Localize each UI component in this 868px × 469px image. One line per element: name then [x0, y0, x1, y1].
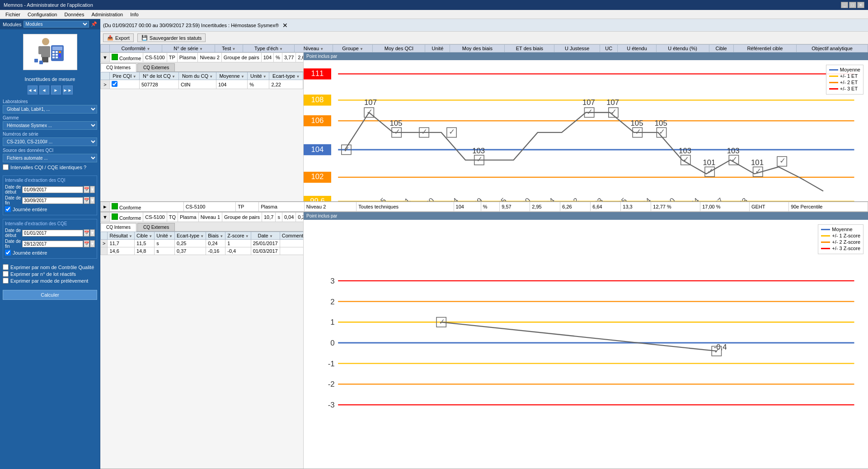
source-select[interactable]: Fichiers automate ...	[3, 154, 97, 162]
cqi-fin-calendar[interactable]: 📅	[84, 197, 89, 204]
module-icon-box	[23, 34, 77, 70]
modules-select[interactable]: Modules	[23, 21, 89, 28]
row2-cible: 17,00 %	[700, 202, 750, 212]
menu-fichier[interactable]: Fichier	[2, 11, 24, 18]
gamme-select[interactable]: Hémostase Sysmex ...	[3, 121, 97, 130]
col-uc[interactable]: UC	[600, 45, 617, 52]
col-ecart-type2[interactable]: Ecart-type	[174, 232, 206, 240]
svg-text:✓: ✓	[476, 155, 483, 164]
col-type-ech[interactable]: Type d'éch	[243, 45, 294, 52]
menu-donnees[interactable]: Données	[61, 11, 88, 18]
col-ref-cible[interactable]: Référentiel cible	[733, 45, 796, 52]
row3-inner-table: Résultat Cible Unité Ecart-type Biais Z-…	[100, 232, 303, 255]
cqi-debut-input[interactable]	[22, 186, 83, 193]
col-date[interactable]: Date	[251, 232, 280, 240]
nav-prev[interactable]: ◄	[39, 85, 49, 95]
col-test[interactable]: Test	[215, 45, 243, 52]
header-close-icon[interactable]: ✕	[282, 22, 288, 29]
col-conformite[interactable]: Conformité	[110, 45, 162, 52]
row1-tab-cqe[interactable]: CQ Externes	[137, 63, 175, 71]
col-resultat[interactable]: Résultat	[108, 232, 135, 240]
laboratoires-select[interactable]: Global Lab, Lab#1, ...	[3, 105, 97, 114]
col-unite[interactable]: Unité	[425, 45, 450, 52]
col-pire-cqi[interactable]: Pire CQI	[110, 72, 140, 80]
cqi-debut-arrow[interactable]: ▼	[90, 186, 95, 193]
inner2-expand-btn1[interactable]: >	[101, 240, 108, 247]
app-title: Memnos - Administrateur de l'application	[4, 2, 93, 8]
cqe-fin-calendar[interactable]: 📅	[84, 240, 89, 247]
cqe-debut-calendar[interactable]: 📅	[84, 229, 89, 237]
svg-text:108: 108	[311, 95, 324, 104]
col-ecart-type[interactable]: Ecart-type	[269, 72, 303, 80]
cqi-journee-checkbox[interactable]	[5, 206, 11, 212]
export-button[interactable]: 📤 Export	[103, 33, 134, 42]
row1-et-biais: 2,6	[296, 53, 304, 62]
col-unite-inner[interactable]: Unité	[248, 72, 269, 80]
laboratoires-label: Laboratoires	[3, 99, 97, 104]
col-biais[interactable]: Biais	[206, 232, 225, 240]
col-u-etendu-pct[interactable]: U étendu (%)	[656, 45, 709, 52]
col-no-lot[interactable]: N° de lot CQ	[139, 72, 178, 80]
opt1-row: Exprimer par nom de Contrôle Qualité	[3, 264, 97, 270]
cqe-debut-arrow[interactable]: ▼	[90, 229, 95, 237]
col-nom-cq[interactable]: Nom du CQ	[179, 72, 216, 80]
cqi-fin-arrow[interactable]: ▼	[90, 197, 95, 204]
menu-info[interactable]: Info	[127, 11, 142, 18]
row1-tab-cqi[interactable]: CQ Internes	[100, 63, 136, 72]
col-u-etendu[interactable]: U étendu	[618, 45, 656, 52]
row3-tab-cqi[interactable]: CQ Internes	[100, 223, 136, 232]
maximize-button[interactable]: □	[849, 2, 856, 8]
inner-expand-btn[interactable]: >	[101, 80, 110, 89]
col-cible[interactable]: Cible	[709, 45, 733, 52]
svg-rect-7	[52, 47, 62, 50]
row2-type-ech: Plasma	[259, 202, 305, 212]
cqi-debut-calendar[interactable]: 📅	[84, 186, 89, 193]
intervalles-checkbox[interactable]	[3, 164, 9, 170]
row2-expand-btn[interactable]: ►	[101, 202, 110, 212]
svg-text:107: 107	[606, 98, 619, 107]
main-table-wrapper: Conformité N° de série Test Type d'éch N…	[100, 44, 868, 52]
calculer-button[interactable]: Calculer	[3, 290, 97, 300]
col-groupe[interactable]: Groupe	[333, 45, 373, 52]
opt3-checkbox[interactable]	[3, 278, 9, 284]
row3-type-ech: Plasma	[178, 213, 198, 222]
cqe-fin-input[interactable]	[22, 241, 83, 247]
col-niveau[interactable]: Niveau	[295, 45, 333, 52]
minimize-button[interactable]: _	[841, 2, 848, 8]
opt2-checkbox[interactable]	[3, 271, 9, 277]
close-button[interactable]: ✕	[857, 2, 864, 8]
cqi-fin-input[interactable]	[22, 197, 83, 204]
menu-configuration[interactable]: Configuration	[24, 11, 61, 18]
cqe-fin-arrow[interactable]: ▼	[90, 240, 95, 247]
row2-uc: 6,64	[591, 202, 621, 212]
legend2-z1: +/- 1 Z-score	[821, 233, 860, 238]
pire-cqi-checkbox[interactable]	[112, 81, 117, 87]
nav-last[interactable]: ►►	[63, 85, 73, 95]
save-button[interactable]: 💾 Sauvegarder les statuts	[137, 33, 206, 42]
col-commentaire[interactable]: Commentaire	[280, 232, 303, 240]
col-unite2[interactable]: Unité	[155, 232, 175, 240]
col-cible2[interactable]: Cible	[134, 232, 154, 240]
col-moy-qci[interactable]: Moy des QCI	[373, 45, 425, 52]
numeros-serie-select[interactable]: CS-2100, CS-2100# ...	[3, 137, 97, 146]
col-moyenne[interactable]: Moyenne	[216, 72, 248, 80]
col-moy-biais[interactable]: Moy des biais	[450, 45, 505, 52]
row3-tab-cqe[interactable]: CQ Externes	[137, 223, 175, 231]
col-zscore[interactable]: Z-score	[225, 232, 251, 240]
menu-administration[interactable]: Administration	[88, 11, 127, 18]
nav-next[interactable]: ►	[51, 85, 61, 95]
cqe-journee-checkbox[interactable]	[5, 250, 11, 256]
opt1-checkbox[interactable]	[3, 264, 9, 270]
col-u-justesse[interactable]: U Justesse	[554, 45, 600, 52]
nav-first[interactable]: ◄◄	[28, 85, 38, 95]
col-objectif[interactable]: Objectif analytique	[797, 45, 868, 52]
row3-expand-btn[interactable]: ▼	[101, 213, 110, 222]
sidebar-pin-icon[interactable]: 📌	[91, 21, 97, 27]
cqe-debut-input[interactable]	[22, 230, 83, 237]
row1-expand-btn[interactable]: ▼	[101, 53, 110, 62]
col-et-biais[interactable]: ET des biais	[505, 45, 554, 52]
svg-text:04/09/2017 09:42: 04/09/2017 09:42	[533, 196, 581, 201]
svg-text:✓: ✓	[366, 108, 373, 116]
col-no-serie[interactable]: N° de série	[162, 45, 215, 52]
row2-u-justesse: 6,26	[560, 202, 591, 212]
